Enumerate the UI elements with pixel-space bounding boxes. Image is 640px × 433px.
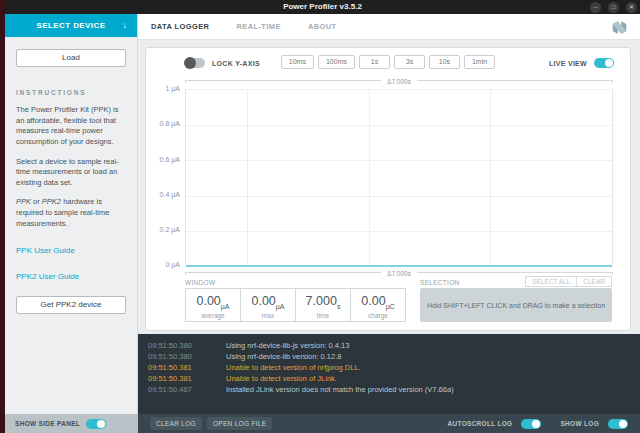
- window-span-ruler-top: Δ7.000s: [185, 77, 613, 85]
- toggle-knob: [619, 420, 627, 428]
- log-entry-warning: 09:51:50.381 Unable to detect version of…: [138, 362, 640, 373]
- select-all-button[interactable]: SELECT ALL: [526, 277, 576, 286]
- ppk-user-guide-link[interactable]: PPK User Guide: [16, 246, 126, 255]
- window-stats-heading: WINDOW: [185, 279, 215, 286]
- log-entry: 09:51:50.380 Using nrf-device-lib-js ver…: [138, 340, 640, 351]
- chart-plot-area[interactable]: [185, 89, 613, 266]
- y-tick-06ua: 0.6 µA: [146, 156, 180, 163]
- gridline-horizontal: [186, 196, 612, 197]
- nordic-logo: [611, 19, 628, 36]
- toggle-knob: [97, 420, 105, 428]
- autoscroll-log-toggle[interactable]: [521, 419, 541, 429]
- gridline-horizontal: [186, 231, 612, 232]
- range-button-3s[interactable]: 3s: [394, 55, 425, 69]
- maximize-button[interactable]: □: [608, 2, 619, 13]
- instructions-paragraph-2: Select a device to sample real-time meas…: [16, 157, 126, 189]
- ppk2-user-guide-link[interactable]: PPK2 User Guide: [16, 272, 126, 281]
- zero-current-line: [186, 265, 612, 267]
- side-panel: SELECT DEVICE ↓ Load INSTRUCTIONS The Po…: [5, 14, 138, 414]
- gridline-vertical: [490, 90, 491, 266]
- selection-actions: SELECT ALL CLEAR: [525, 276, 612, 287]
- range-button-1s[interactable]: 1s: [359, 55, 390, 69]
- clear-log-button[interactable]: CLEAR LOG: [150, 417, 202, 430]
- chart-panel: LOCK Y-AXIS 10ms 100ms 1s 3s 10s 1min LI…: [145, 47, 631, 331]
- log-console[interactable]: 09:51:50.380 Using nrf-device-lib-js ver…: [138, 334, 640, 414]
- instructions-heading: INSTRUCTIONS: [16, 89, 126, 96]
- toggle-knob: [532, 420, 540, 428]
- live-view-toggle[interactable]: [594, 58, 614, 68]
- show-log-label: SHOW LOG: [560, 420, 599, 427]
- selection-heading: SELECTION: [420, 279, 460, 286]
- tab-data-logger[interactable]: DATA LOGGER: [151, 22, 209, 31]
- window-span-label-bottom: Δ7.000s: [381, 270, 417, 277]
- window-span-label-top: Δ7.000s: [381, 78, 417, 85]
- tab-bar: DATA LOGGER REAL-TIME ABOUT: [138, 14, 640, 40]
- live-view-label: LIVE VIEW: [549, 60, 587, 67]
- log-bottom-bar: CLEAR LOG OPEN LOG FILE AUTOSCROLL LOG S…: [138, 414, 640, 433]
- sidebar-body: Load INSTRUCTIONS The Power Profiler Kit…: [5, 37, 137, 314]
- load-button[interactable]: Load: [16, 49, 126, 67]
- gridline-horizontal: [186, 125, 612, 126]
- select-device-label: SELECT DEVICE: [5, 14, 137, 37]
- stat-charge: 0.00µC charge: [350, 288, 406, 322]
- y-tick-04ua: 0.4 µA: [146, 191, 180, 198]
- y-tick-02ua: 0.2 µA: [146, 226, 180, 233]
- get-ppk2-device-button[interactable]: Get PPK2 device: [16, 296, 126, 314]
- ruler-line: [185, 80, 381, 83]
- autoscroll-log-label: AUTOSCROLL LOG: [447, 420, 512, 427]
- y-tick-1ua: 1 µA: [146, 85, 180, 92]
- window-controls: – □ ✕: [590, 2, 637, 13]
- live-view-group: LIVE VIEW: [549, 58, 614, 68]
- window-stats-row: 0.00µA average 0.00µA max 7.000s time 0.…: [185, 288, 406, 322]
- show-side-panel-toggle[interactable]: [86, 419, 106, 429]
- tab-real-time[interactable]: REAL-TIME: [236, 22, 280, 31]
- stat-average: 0.00µA average: [185, 288, 241, 322]
- chart-controls: LOCK Y-AXIS 10ms 100ms 1s 3s 10s 1min LI…: [146, 55, 630, 73]
- side-panel-bottom-bar: SHOW SIDE PANEL: [5, 414, 138, 433]
- range-button-10ms[interactable]: 10ms: [281, 55, 314, 69]
- tab-about[interactable]: ABOUT: [308, 22, 337, 31]
- title-bar: Power Profiler v3.5.2 – □ ✕: [5, 0, 640, 14]
- main-area: DATA LOGGER REAL-TIME ABOUT LOCK Y-AXIS …: [138, 14, 640, 433]
- gridline-horizontal: [186, 160, 612, 161]
- range-button-1min[interactable]: 1min: [464, 55, 495, 69]
- log-entry: 09:51:50.467 Installed JLink version doe…: [138, 384, 640, 395]
- log-entry-warning: 09:51:50.381 Unable to detect version of…: [138, 373, 640, 384]
- window-title: Power Profiler v3.5.2: [5, 0, 640, 14]
- stat-max: 0.00µA max: [240, 288, 296, 322]
- open-log-file-button[interactable]: OPEN LOG FILE: [207, 417, 272, 430]
- selection-hint-text: Hold SHIFT+LEFT CLICK and DRAG to make a…: [427, 302, 605, 309]
- range-button-10s[interactable]: 10s: [429, 55, 460, 69]
- instructions-paragraph-1: The Power Profiler Kit (PPK) is an affor…: [16, 105, 126, 148]
- gridline-vertical: [247, 90, 248, 266]
- range-button-100ms[interactable]: 100ms: [318, 55, 355, 69]
- toggle-knob: [605, 59, 613, 67]
- show-log-toggle[interactable]: [608, 419, 628, 429]
- log-entry: 09:51:50.380 Using nrf-device-lib versio…: [138, 351, 640, 362]
- instructions-paragraph-3: PPK or PPK2 hardware is required to samp…: [16, 197, 126, 229]
- chevron-down-icon: ↓: [123, 14, 128, 37]
- y-tick-0ua: 0 µA: [146, 261, 180, 268]
- selection-hint-box: Hold SHIFT+LEFT CLICK and DRAG to make a…: [420, 288, 612, 322]
- y-tick-08ua: 0.8 µA: [146, 120, 180, 127]
- ruler-line: [417, 272, 613, 275]
- minimize-button[interactable]: –: [590, 2, 601, 13]
- close-button[interactable]: ✕: [626, 2, 637, 13]
- ruler-line: [185, 272, 381, 275]
- clear-selection-button[interactable]: CLEAR: [576, 277, 611, 286]
- stat-time: 7.000s time: [295, 288, 351, 322]
- ruler-line: [417, 80, 613, 83]
- show-side-panel-label: SHOW SIDE PANEL: [15, 420, 80, 427]
- select-device-button[interactable]: SELECT DEVICE ↓: [5, 14, 137, 37]
- gridline-vertical: [369, 90, 370, 266]
